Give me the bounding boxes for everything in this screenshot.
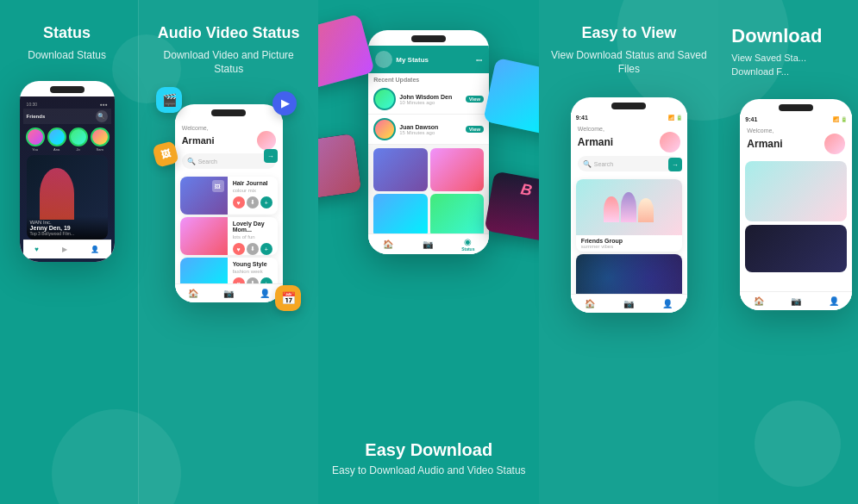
panel1-subtitle: Download Status [28,48,106,63]
phone2-card-1: 🖼 Hair Journal colour mix ♥ ⬇ + [180,177,278,215]
phone4-bottom-nav: 🏠 📷 👤 [571,294,687,313]
phone-2: Welcome, Armani 🔍 Search → [175,104,283,302]
phone5-time: 9:41 [745,116,757,122]
phone1-bottom-nav: ♥ ▶ 👤 [23,240,111,258]
phone-5: 9:41 📶 🔋 Welcome, Armani [740,99,852,310]
phone4-search: Search [594,161,613,167]
phone3-tab-status: Status [461,246,474,252]
phone5-name: Armani [747,138,782,150]
float-arrow-icon: ▶ [272,91,297,115]
panel3-subtitle: Easy to Download Audio and Video Status [318,464,539,478]
phone-1: 10:30 ●●● Friends 🔍 You [20,81,115,262]
phone1-notch [50,86,85,93]
panel3-bottom-text: Easy Download Easy to Download Audio and… [318,440,539,478]
phone2-card1-title: Hair Journal [233,180,272,186]
phone4-card-2: Lovely Day Mom... lots of fun ♥ ⬇ [576,254,682,294]
phone4-welcome: Welcome, [578,126,680,132]
phone2-notch [211,109,246,116]
float-bookmark-icon: 📅 [275,285,301,311]
phone3-view-btn-1[interactable]: View [466,96,485,103]
phone1-usersub: Top 3 Bollywood Film... [30,231,104,236]
panel4-title: Easy to View [582,24,677,43]
phone2-bottom-nav: 🏠 📷 👤 [175,283,283,302]
phone1-username: Jenny Den, 19 [30,225,104,231]
phone4-card1-title: Friends Group [581,238,677,244]
phone4-card-1: Friends Group summer vibes [576,179,682,252]
scatter-photo-2 [483,58,539,136]
scatter-photo-3 [318,134,361,201]
phone2-welcome: Welcome, [182,125,276,131]
phone2-card2-sub: lots of fun [233,234,272,240]
scatter-photo-1 [318,14,375,90]
phone3-contact1-time: 10 Minutes ago [399,100,461,105]
phone4-time: 9:41 [576,115,588,121]
phone2-card-2: Lovely Day Mom... lots of fun ♥ ⬇ + [180,217,278,255]
panel4-subtitle: View Download Status and Saved Files [548,48,710,78]
phone2-card3-title: Young Style [233,261,272,267]
main-container: Status Download Status 10:30 ●●● Friends… [0,0,858,504]
phone2-card1-sub: colour mix [233,188,272,193]
phone2-name: Armani [182,135,215,146]
phone3-view-btn-2[interactable]: View [466,126,485,133]
phone3-contact2: Juan Dawson [399,124,461,130]
phone2-search-placeholder: Search [198,159,217,165]
phone2-card2-title: Lovely Day Mom... [233,221,272,233]
phone2-card-3: Young Style fashion week ♥ ⬇ + [180,258,278,283]
panel1-title: Status [43,24,91,43]
phone1-screen: 10:30 ●●● Friends 🔍 You [20,96,115,262]
phone2-card3-sub: fashion week [233,269,272,274]
phone4-card1-sub: summer vibes [581,244,677,249]
panel3-title: Easy Download [318,440,539,460]
phone5-bottom-nav: 🏠 📷 👤 [740,291,852,310]
phone3-contact1: John Wisdom Den [399,94,461,100]
panel-3: My Status ••• Recent Updates John Wisdom… [318,0,539,504]
scatter-photo-4: B [485,171,540,243]
phone4-name: Armani [578,136,613,148]
phone3-mystatus: My Status [396,56,429,64]
bg-circle-3 [755,401,841,487]
panel-1: Status Download Status 10:30 ●●● Friends… [0,0,138,504]
float-video-icon: 🎬 [156,87,182,113]
panel-4: Easy to View View Download Status and Sa… [539,0,718,504]
panel-2: Audio Video Status Download Video and Pi… [138,0,318,504]
scattered-photos: My Status ••• Recent Updates John Wisdom… [318,13,539,263]
phone3-contact2-time: 15 Minutes ago [399,130,461,135]
phone-4: 9:41 📶 🔋 Welcome, Armani 🔍 [571,97,687,313]
phone-3-center: My Status ••• Recent Updates John Wisdom… [368,30,489,254]
phone3-recent: Recent Updates [373,77,484,83]
panel2-title: Audio Video Status [158,24,300,43]
phone5-welcome: Welcome, [747,128,845,134]
panel2-subtitle: Download Video and Picture Status [147,48,310,78]
